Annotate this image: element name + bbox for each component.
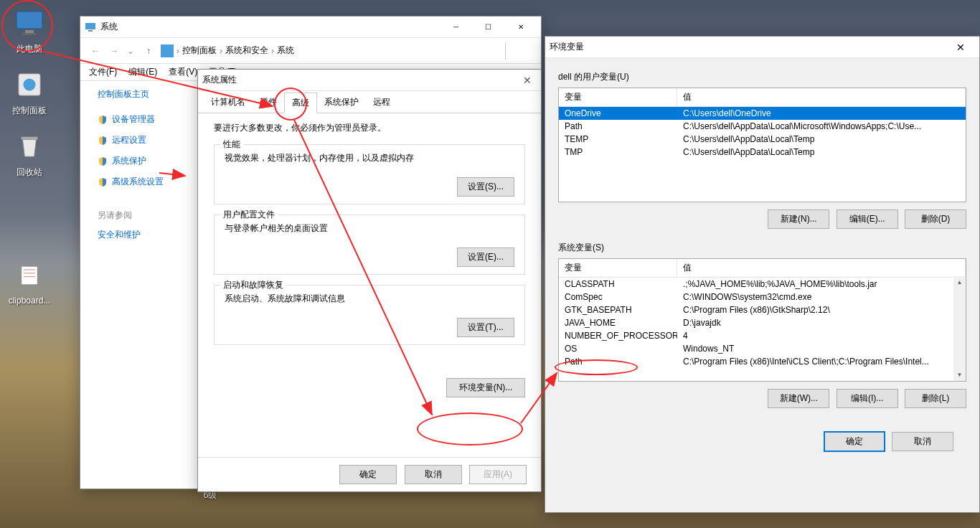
- perf-desc: 视觉效果，处理器计划，内存使用，以及虚拟内存: [225, 152, 514, 164]
- sidebar-item-protection[interactable]: 系统保护: [98, 155, 198, 167]
- scroll-up-icon[interactable]: ▲: [953, 276, 966, 288]
- table-row[interactable]: GTK_BASEPATHC:\Program Files (x86)\GtkSh…: [559, 303, 966, 316]
- monitor-icon: [85, 22, 96, 33]
- user-section-label: dell 的用户变量(U): [558, 71, 966, 83]
- desktop-icon-recycle-bin[interactable]: 回收站: [3, 129, 56, 179]
- profile-desc: 与登录帐户相关的桌面设置: [225, 222, 514, 235]
- table-row[interactable]: TMPC:\Users\dell\AppData\Local\Temp: [559, 146, 966, 159]
- control-panel-home-link[interactable]: 控制面板主页: [98, 88, 198, 100]
- close-button[interactable]: ✕: [504, 16, 537, 37]
- env-ok-button[interactable]: 确定: [824, 431, 885, 452]
- table-row[interactable]: ComSpecC:\WINDOWS\system32\cmd.exe: [559, 291, 966, 303]
- table-row[interactable]: OneDriveC:\Users\dell\OneDrive: [559, 107, 966, 120]
- address-icon: [161, 44, 174, 57]
- desktop-icon-this-pc[interactable]: 此电脑: [3, 6, 56, 55]
- tab-protection[interactable]: 系统保护: [317, 93, 366, 113]
- menu-edit[interactable]: 编辑(E): [128, 66, 157, 78]
- user-edit-button[interactable]: 编辑(E)...: [837, 209, 898, 229]
- env-vars-dialog: 环境变量 ✕ dell 的用户变量(U) 变量 值 OneDriveC:\Use…: [545, 36, 980, 513]
- table-row[interactable]: PathC:\Program Files (x86)\Intel\iCLS Cl…: [559, 355, 966, 368]
- system-titlebar[interactable]: 系统 ─ ☐ ✕: [80, 16, 541, 38]
- user-vars-table: 变量 值 OneDriveC:\Users\dell\OneDrivePathC…: [558, 88, 966, 202]
- env-cancel-button[interactable]: 取消: [892, 432, 953, 451]
- user-delete-button[interactable]: 删除(D): [905, 209, 966, 229]
- svg-rect-6: [22, 266, 37, 285]
- system-vars-table: 变量 值 CLASSPATH.;%JAVA_HOME%\lib;%JAVA_HO…: [558, 258, 966, 382]
- user-new-button[interactable]: 新建(N)...: [768, 209, 829, 229]
- shield-icon: [98, 177, 108, 187]
- table-row[interactable]: NUMBER_OF_PROCESSORS4: [559, 329, 966, 342]
- col-header-val[interactable]: 值: [677, 88, 966, 106]
- sys-section-label: 系统变量(S): [558, 242, 966, 254]
- nav-up-button[interactable]: ↑: [141, 43, 156, 59]
- svg-rect-0: [17, 11, 42, 29]
- svg-point-4: [23, 78, 35, 90]
- scroll-down-icon[interactable]: ▼: [953, 369, 966, 381]
- sidebar-item-device-manager[interactable]: 设备管理器: [98, 113, 198, 126]
- recycle-bin-icon: [16, 133, 43, 160]
- profile-settings-button[interactable]: 设置(E)...: [457, 248, 514, 267]
- nav-history-dropdown[interactable]: ⌄: [125, 43, 136, 59]
- system-sidebar: 控制面板主页 设备管理器 远程设置 系统保护 高级系统设置 另请参阅: [98, 88, 198, 489]
- related-link[interactable]: 安全和维护: [98, 229, 198, 241]
- env-vars-button[interactable]: 环境变量(N)...: [446, 378, 525, 397]
- table-row[interactable]: JAVA_HOMED:\javajdk: [559, 316, 966, 329]
- address-bar[interactable]: › 控制面板 › 系统和安全 › 系统: [161, 44, 501, 57]
- desktop: 此电脑 控制面板 回收站 clipboard... 6级 系统 ─ ☐ ✕ ← …: [0, 0, 980, 528]
- nav-back-button[interactable]: ←: [88, 43, 103, 59]
- desktop-icon-control-panel[interactable]: 控制面板: [3, 67, 56, 117]
- col-header-var[interactable]: 变量: [559, 88, 677, 106]
- sys-new-button[interactable]: 新建(W)...: [768, 389, 829, 408]
- minimize-button[interactable]: ─: [440, 16, 472, 37]
- scrollbar[interactable]: ▲ ▼: [953, 276, 966, 381]
- table-row[interactable]: OSWindows_NT: [559, 342, 966, 355]
- sidebar-item-advanced[interactable]: 高级系统设置: [98, 176, 198, 188]
- env-titlebar[interactable]: 环境变量 ✕: [545, 37, 979, 58]
- admin-note: 要进行大多数更改，你必须作为管理员登录。: [214, 122, 525, 134]
- props-tabs: 计算机名 硬件 高级 系统保护 远程: [198, 91, 541, 113]
- svg-rect-12: [88, 30, 93, 32]
- table-row[interactable]: PathC:\Users\dell\AppData\Local\Microsof…: [559, 120, 966, 133]
- desktop-icon-clipboard[interactable]: clipboard...: [3, 258, 56, 306]
- sidebar-item-remote[interactable]: 远程设置: [98, 134, 198, 146]
- table-row[interactable]: TEMPC:\Users\dell\AppData\Local\Temp: [559, 133, 966, 146]
- user-vars-section: dell 的用户变量(U) 变量 值 OneDriveC:\Users\dell…: [558, 71, 966, 229]
- env-title: 环境变量: [550, 41, 748, 53]
- maximize-button[interactable]: ☐: [472, 16, 504, 37]
- startup-fieldset: 启动和故障恢复 系统启动、系统故障和调试信息 设置(T)...: [214, 285, 525, 345]
- table-row[interactable]: CLASSPATH.;%JAVA_HOME%\lib;%JAVA_HOME%\l…: [559, 278, 966, 291]
- sys-edit-button[interactable]: 编辑(I)...: [837, 389, 898, 408]
- close-button[interactable]: ✕: [946, 37, 975, 57]
- tab-hardware[interactable]: 硬件: [253, 93, 284, 113]
- props-titlebar[interactable]: 系统属性 ✕: [198, 70, 541, 91]
- system-vars-section: 系统变量(S) 变量 值 CLASSPATH.;%JAVA_HOME%\lib;…: [558, 242, 966, 408]
- system-nav: ← → ⌄ ↑ › 控制面板 › 系统和安全 › 系统: [80, 38, 541, 64]
- col-header-val[interactable]: 值: [677, 259, 966, 277]
- props-title: 系统属性: [202, 74, 518, 86]
- nav-forward-button[interactable]: →: [106, 43, 122, 59]
- svg-rect-5: [22, 137, 38, 140]
- cancel-button[interactable]: 取消: [405, 465, 462, 484]
- menu-file[interactable]: 文件(F): [89, 66, 117, 78]
- perf-legend: 性能: [220, 138, 243, 151]
- control-panel-icon: [16, 71, 43, 98]
- sys-delete-button[interactable]: 删除(L): [905, 389, 966, 408]
- tab-computer-name[interactable]: 计算机名: [204, 93, 253, 113]
- related-label: 另请参阅: [98, 209, 198, 222]
- startup-legend: 启动和故障恢复: [220, 279, 286, 291]
- breadcrumb-item[interactable]: 控制面板: [182, 44, 217, 57]
- startup-desc: 系统启动、系统故障和调试信息: [225, 293, 514, 305]
- ok-button[interactable]: 确定: [339, 465, 397, 484]
- apply-button: 应用(A): [469, 465, 527, 484]
- col-header-var[interactable]: 变量: [559, 259, 677, 277]
- search-box[interactable]: [505, 42, 534, 60]
- menu-view[interactable]: 查看(V): [169, 66, 197, 78]
- breadcrumb-item[interactable]: 系统和安全: [225, 44, 268, 57]
- breadcrumb-item[interactable]: 系统: [277, 44, 294, 57]
- startup-settings-button[interactable]: 设置(T)...: [457, 318, 514, 337]
- svg-rect-1: [25, 30, 34, 33]
- perf-settings-button[interactable]: 设置(S)...: [457, 177, 514, 197]
- tab-advanced[interactable]: 高级: [284, 93, 317, 113]
- tab-remote[interactable]: 远程: [366, 93, 397, 113]
- close-button[interactable]: ✕: [518, 71, 537, 90]
